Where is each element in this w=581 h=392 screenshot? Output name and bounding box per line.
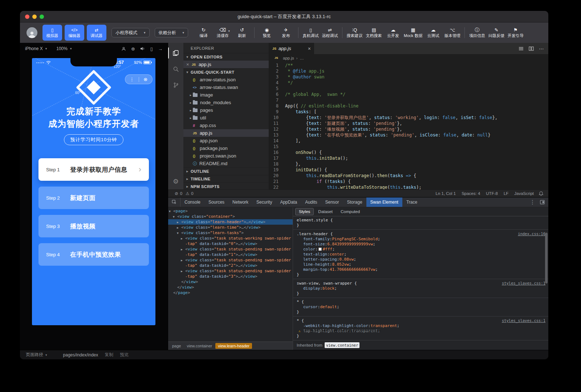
css-selector[interactable]: * bbox=[297, 299, 299, 305]
devtools-tab-appdata[interactable]: AppData bbox=[276, 197, 301, 207]
source-control-activity-icon[interactable] bbox=[168, 77, 183, 93]
twisty-icon[interactable]: ▶ bbox=[177, 225, 179, 230]
file-item-image[interactable]: ▸image bbox=[183, 91, 269, 99]
toolbar-button-clear-cache[interactable]: ⌫▾清缓存 bbox=[213, 24, 232, 41]
duration-pill[interactable]: 预计学习时间10分钟 bbox=[64, 134, 123, 145]
step-card[interactable]: Step 1登录并获取用户信息› bbox=[38, 158, 149, 181]
toolbar-button-refresh[interactable]: ↺刷新 bbox=[232, 24, 252, 41]
toolbar-button-publish[interactable]: ✈发布 bbox=[276, 24, 296, 41]
breadcrumb[interactable]: JS app.js › … bbox=[269, 54, 548, 62]
dropdown-dependency-analysis[interactable]: 依赖分析▾ bbox=[155, 28, 188, 37]
preview-path-button[interactable]: 预览 bbox=[120, 352, 129, 358]
color-swatch[interactable] bbox=[318, 248, 322, 251]
file-item-util[interactable]: ▸util bbox=[183, 114, 269, 122]
twisty-icon[interactable]: ▼ bbox=[173, 214, 175, 220]
close-circle-icon[interactable]: ⊗ bbox=[139, 77, 153, 82]
file-item-project.swan.json[interactable]: {}project.swan.json bbox=[183, 152, 269, 160]
twisty-icon[interactable]: ▼ bbox=[169, 209, 171, 214]
css-selector[interactable]: swan-view, swan-wrapper bbox=[297, 281, 352, 286]
more-options-icon[interactable]: ⋮ bbox=[530, 199, 535, 205]
css-selector[interactable]: element.style bbox=[297, 218, 328, 223]
devtools-tab-security[interactable]: Security bbox=[252, 197, 276, 207]
more-actions-icon[interactable]: ⋯ bbox=[539, 46, 544, 52]
file-item-app.json[interactable]: {}app.json bbox=[183, 137, 269, 144]
file-item-arrow-status.swan[interactable]: <>arrow-status.swan bbox=[183, 83, 269, 91]
styles-tab-styles[interactable]: Styles bbox=[295, 208, 314, 215]
account-icon[interactable] bbox=[121, 46, 126, 51]
status-item[interactable]: LF bbox=[504, 191, 508, 196]
search-activity-icon[interactable] bbox=[168, 61, 183, 77]
toolbar-button-remote-debug[interactable]: ⇌远程调试 bbox=[320, 24, 340, 41]
breadcrumb-item[interactable]: view.learn-header bbox=[215, 343, 252, 349]
avatar[interactable] bbox=[27, 27, 37, 38]
css-property[interactable]: font-family:PingFangSC-Semibold; bbox=[297, 237, 545, 242]
status-item[interactable]: UTF-8 bbox=[486, 191, 498, 196]
css-property[interactable]: letter-spacing:0.08vw; bbox=[297, 257, 545, 262]
editor-tab-app-js[interactable]: JS app.js × bbox=[269, 43, 314, 54]
status-item[interactable]: Ln 1, Col 1 bbox=[436, 191, 456, 196]
status-item[interactable]: JavaScript bbox=[514, 191, 534, 196]
css-property[interactable]: line-height:8.052vw; bbox=[297, 262, 545, 267]
toolbar-button-guide[interactable]: ⚑开发引导 bbox=[506, 24, 525, 41]
project-section[interactable]: ▾ GUIDE-QUICK-START bbox=[183, 68, 269, 76]
problems-indicator[interactable]: ⊘ 0 ⚠ 0 bbox=[173, 191, 194, 196]
toolbar-button-feedback[interactable]: ✎问题反馈 bbox=[487, 24, 506, 41]
element-node[interactable]: ▶<view class="task status-pending swan-s… bbox=[168, 257, 293, 268]
stylesheet-link[interactable]: styles_slaves.css:1 bbox=[498, 318, 545, 323]
zoom-select[interactable]: 100% ▾ bbox=[56, 46, 72, 51]
minimize-window-button[interactable] bbox=[32, 15, 37, 19]
css-property[interactable]: cursor:default; bbox=[297, 305, 545, 310]
stylesheet-link[interactable]: styles_slaves.css:1 bbox=[498, 281, 545, 286]
file-item-app.js[interactable]: JSapp.js bbox=[183, 129, 269, 137]
file-item-README.md[interactable]: iREADME.md bbox=[183, 160, 269, 167]
toolbar-button-cloud-test[interactable]: ☁云测试 bbox=[423, 24, 443, 41]
css-property[interactable]: -webkit-tap-highlight-color:transparent; bbox=[297, 323, 545, 328]
inherited-selector[interactable]: view.container bbox=[325, 342, 360, 348]
speaker-icon[interactable] bbox=[140, 46, 145, 51]
scrollbar-thumb[interactable] bbox=[545, 233, 548, 283]
toolbar-button-doc-search[interactable]: ▤文档搜索 bbox=[364, 24, 383, 41]
toolbar-button-project-info[interactable]: ⓘ项目信息 bbox=[467, 24, 487, 41]
toolbar-button-search-suggest[interactable]: ∶Q搜索建议 bbox=[345, 24, 364, 41]
section-npm-scripts[interactable]: ▸NPM SCRIPTS bbox=[183, 183, 269, 189]
bell-icon[interactable] bbox=[539, 191, 543, 196]
twisty-icon[interactable]: ▶ bbox=[177, 220, 179, 225]
twisty-icon[interactable]: ▶ bbox=[181, 247, 183, 252]
device-frame-icon[interactable]: ▯ bbox=[150, 46, 153, 52]
devtools-tab-trace[interactable]: Trace bbox=[402, 197, 421, 207]
explorer-activity-icon[interactable] bbox=[168, 45, 183, 61]
toolbar-button-device-debug[interactable]: ▯真机调试 bbox=[301, 24, 320, 41]
css-property[interactable]: text-align:center; bbox=[297, 252, 545, 257]
styles-rules[interactable]: element.style {}.learn-header {index.css… bbox=[293, 216, 548, 350]
css-selector[interactable]: * bbox=[297, 318, 299, 323]
dock-side-icon[interactable] bbox=[540, 200, 545, 204]
css-selector[interactable]: .learn-header bbox=[297, 232, 328, 237]
split-editor-icon[interactable] bbox=[529, 46, 534, 51]
inspect-element-icon[interactable] bbox=[168, 197, 180, 207]
dropdown-app-mode[interactable]: 小程序模式▾ bbox=[111, 28, 150, 37]
css-property[interactable]: font-size:6.843999999999999vw; bbox=[297, 242, 545, 247]
devtools-tab-console[interactable]: Console bbox=[180, 197, 204, 207]
devtools-tab-network[interactable]: Network bbox=[228, 197, 252, 207]
element-node[interactable]: </page> bbox=[168, 290, 293, 295]
element-node[interactable]: ▶<view class="task status-working swan-s… bbox=[168, 236, 293, 246]
file-item-package.json[interactable]: {}package.json bbox=[183, 144, 269, 152]
toolbar-button-compile[interactable]: ↻编译 bbox=[194, 24, 213, 41]
devtools-tab-audits[interactable]: Audits bbox=[301, 197, 321, 207]
element-node[interactable]: ▼<view class="learn-tasks"> bbox=[168, 230, 293, 236]
css-property[interactable]: margin-top:41.70666666666667vw; bbox=[297, 267, 545, 272]
element-node[interactable]: ▶<view class="learn-header">…</view> bbox=[168, 219, 293, 225]
close-icon[interactable]: × bbox=[308, 46, 311, 52]
styles-tab-dataset[interactable]: Dataset bbox=[314, 208, 336, 215]
devtools-tab-sources[interactable]: Sources bbox=[204, 197, 228, 207]
open-changes-icon[interactable] bbox=[519, 46, 524, 51]
styles-tab-computed[interactable]: Computed bbox=[337, 208, 363, 215]
breadcrumb-more[interactable]: … bbox=[300, 56, 304, 60]
copy-path-button[interactable]: 复制 bbox=[105, 352, 113, 358]
css-property[interactable]: ⚠tap-highlight-color:transparent; bbox=[297, 328, 545, 334]
breadcrumb-item[interactable]: view.container bbox=[184, 343, 215, 349]
zoom-window-button[interactable] bbox=[40, 15, 44, 19]
page-path-dropdown[interactable]: 页面路径 ▾ bbox=[26, 352, 47, 358]
stylesheet-link[interactable]: index.css:16 bbox=[514, 231, 545, 236]
toolbar-button-mock-data[interactable]: ▦Mock 数据 bbox=[403, 24, 423, 41]
